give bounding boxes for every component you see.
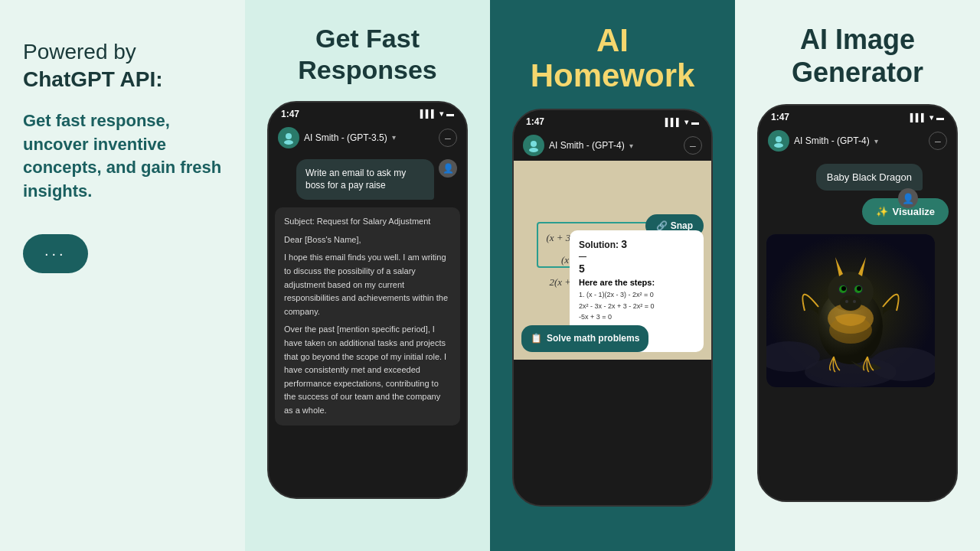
- svg-point-1: [284, 140, 293, 145]
- panel-homework: AI Homework 1:47 ▌▌▌ ▾ ▬ AI Smith - (GPT…: [490, 0, 735, 551]
- chat-response-2: Subject: Request for Salary Adjustment D…: [275, 207, 460, 425]
- status-bar-4: 1:47 ▌▌▌ ▾ ▬: [759, 106, 956, 126]
- snap-area: (x + 3). (x + 5) = (x + 4). (2 + x) (x -…: [514, 161, 711, 360]
- header-menu-2[interactable]: –: [439, 129, 457, 147]
- phone-mockup-4: 1:47 ▌▌▌ ▾ ▬ AI Smith - (GPT-4) ▾ – Baby…: [757, 104, 958, 502]
- svg-point-2: [531, 141, 537, 147]
- dots-button[interactable]: ···: [23, 234, 88, 273]
- svg-point-22: [840, 295, 861, 311]
- status-icons-3: ▌▌▌ ▾ ▬: [665, 118, 699, 126]
- svg-point-18: [841, 286, 846, 291]
- phone-mockup-2: 1:47 ▌▌▌ ▾ ▬ AI Smith - (GPT-3.5) ▾ – Wr…: [267, 101, 468, 499]
- status-bar-3: 1:47 ▌▌▌ ▾ ▬: [514, 110, 711, 130]
- avatar-3: [523, 135, 544, 156]
- solve-math-button[interactable]: 📋 Solve math problems: [521, 325, 648, 353]
- panel1-heading: Powered by ChatGPT API:: [23, 38, 222, 94]
- phone-4-chat: Baby Black Dragon 👤 ✨ Visualize: [759, 156, 956, 395]
- avatar-4: [768, 130, 789, 152]
- svg-point-19: [857, 286, 861, 291]
- header-menu-4[interactable]: –: [929, 132, 947, 150]
- svg-point-4: [776, 136, 782, 142]
- dragon-svg: [766, 234, 935, 387]
- status-bar-2: 1:47 ▌▌▌ ▾ ▬: [269, 103, 466, 122]
- phone-2-chat: Write an email to ask my boss for a pay …: [269, 153, 466, 432]
- dragon-generated-image: [766, 234, 935, 387]
- panel-image-generator: AI Image Generator 1:47 ▌▌▌ ▾ ▬ AI Smith…: [735, 0, 980, 551]
- svg-point-0: [286, 133, 292, 139]
- status-icons-2: ▌▌▌ ▾ ▬: [420, 109, 454, 118]
- panel4-heading: AI Image Generator: [735, 23, 980, 89]
- phone-header-3: AI Smith - (GPT-4) ▾ –: [514, 130, 711, 161]
- panel3-heading: AI Homework: [531, 23, 695, 93]
- phone-header-2: AI Smith - (GPT-3.5) ▾ –: [269, 122, 466, 153]
- panel2-heading: Get Fast Responses: [245, 23, 490, 86]
- panel-powered-by: Powered by ChatGPT API: Get fast respons…: [0, 0, 245, 551]
- panel-fast-responses: Get Fast Responses 1:47 ▌▌▌ ▾ ▬ AI Smith…: [245, 0, 490, 551]
- user-avatar-2: 👤: [439, 159, 457, 178]
- status-icons-4: ▌▌▌ ▾ ▬: [910, 113, 944, 122]
- user-bubble-2: Write an email to ask my boss for a pay …: [296, 159, 434, 201]
- header-menu-3[interactable]: –: [684, 136, 702, 155]
- phone-mockup-3: 1:47 ▌▌▌ ▾ ▬ AI Smith - (GPT-4) ▾ – (x +…: [512, 109, 713, 507]
- avatar-2: [278, 127, 299, 148]
- svg-point-24: [853, 300, 856, 303]
- panel1-description: Get fast response, uncover inventive con…: [23, 109, 222, 204]
- svg-point-23: [845, 300, 848, 303]
- svg-point-5: [774, 143, 783, 148]
- prompt-bubble: Baby Black Dragon: [816, 164, 923, 191]
- phone-header-4: AI Smith - (GPT-4) ▾ –: [759, 126, 956, 156]
- svg-point-3: [529, 148, 538, 152]
